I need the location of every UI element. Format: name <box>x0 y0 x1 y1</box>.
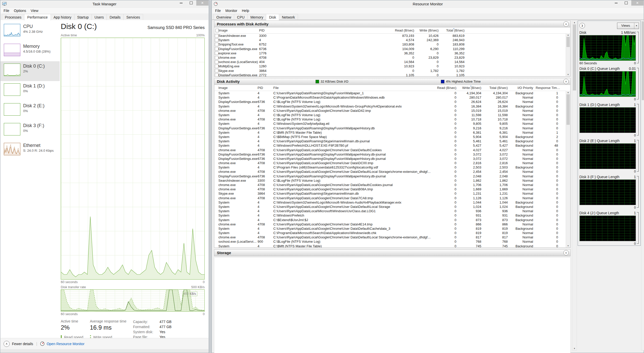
row-checkbox[interactable] <box>215 51 218 55</box>
col-pid[interactable]: PID <box>258 86 273 90</box>
maximize-button[interactable] <box>621 0 631 6</box>
expand-section-button[interactable]: ∨ <box>563 250 569 255</box>
tab[interactable]: Startup <box>74 14 92 20</box>
minimize-button[interactable] <box>611 0 621 6</box>
disk-activity-row[interactable]: Skype.exe 3864 C:\Users\Ryan\AppData\Roa… <box>214 191 570 196</box>
row-checkbox[interactable] <box>215 60 218 64</box>
process-row[interactable]: SearchIndexer.exe 3300 873,193 10,426 88… <box>214 34 570 38</box>
disk-activity-row[interactable]: System 4 C:\Windows\System32\wfp\wfpdiag… <box>214 121 570 126</box>
tab[interactable]: Users <box>92 14 107 20</box>
row-checkbox[interactable] <box>215 65 218 68</box>
disk-activity-row[interactable]: System 4 C:\$Mft (NTFS Master File Table… <box>214 244 570 248</box>
col-pid[interactable]: PID <box>259 28 273 32</box>
col-read[interactable]: Read (B/sec) <box>431 86 459 90</box>
disk-activity-row[interactable]: chrome.exe 4708 C:\Users\Ryan\AppData\Lo… <box>214 161 570 165</box>
disk-activity-row[interactable]: System 4 C:\Program Files (x86)\Steam\us… <box>214 165 570 170</box>
disk-activity-row[interactable]: DisplayFusionSettings.exe 6736 C:\Users\… <box>214 152 570 157</box>
disk-activity-row[interactable]: chrome.exe 4708 C:\Users\Ryan\AppData\Lo… <box>214 170 570 174</box>
col-total[interactable]: Total (B/sec) <box>484 86 510 90</box>
collapse-section-button[interactable]: ∧ <box>563 21 569 27</box>
col-file[interactable]: File <box>273 86 431 90</box>
process-row[interactable]: Skype.exe 3864 0 1,782 1,782 <box>214 69 570 73</box>
scroll-up-icon[interactable]: ▲ <box>566 91 570 94</box>
scrollbar-thumb[interactable] <box>642 21 644 100</box>
col-priority[interactable]: I/O Priority <box>510 86 536 90</box>
disk-activity-section-header[interactable]: Disk Activity 32 KB/sec Disk I/O 4% High… <box>214 78 570 85</box>
row-checkbox[interactable] <box>215 73 218 76</box>
tab[interactable]: Details <box>107 14 124 20</box>
menu-item[interactable]: View <box>28 8 41 13</box>
process-row[interactable]: SnippingTool.exe 6752 183,808 0 183,808 <box>214 42 570 47</box>
disk-activity-row[interactable]: System 4 C:\Users\Ryan\AppData\Local\Mic… <box>214 209 570 213</box>
process-row[interactable]: DisplayFusionSettings.exe 2772 1,105 0 1… <box>214 73 570 76</box>
row-checkbox[interactable] <box>215 43 218 46</box>
disk-activity-row[interactable]: SearchIndexer.exe 3300 C:\$LogFile (NTFS… <box>214 178 570 183</box>
disk-activity-row[interactable]: System 4 C:\ProgramData\Microsoft\Search… <box>214 95 570 100</box>
tab[interactable]: App history <box>51 14 74 20</box>
disk-activity-row[interactable]: chrome.exe 4708 C:\Users\Ryan\AppData\Lo… <box>214 235 570 239</box>
scroll-down-icon[interactable]: ▼ <box>566 245 570 247</box>
sidebar-item[interactable]: Disk 1 (D:) 0% <box>1 81 60 101</box>
views-button[interactable]: Views ▼ <box>617 23 639 29</box>
menu-item[interactable]: Options <box>12 8 28 13</box>
close-button[interactable]: ✕ <box>631 0 643 6</box>
disk-activity-row[interactable]: System 4 C:\ProgramData\Microsoft\Search… <box>214 231 570 235</box>
minimize-button[interactable] <box>176 0 186 6</box>
scrollbar-thumb[interactable] <box>573 24 576 90</box>
disk-activity-row[interactable]: System 4 C:\Users\Ryan\AppData\Local\Goo… <box>214 226 570 231</box>
maximize-button[interactable] <box>186 0 196 6</box>
scrollbar-thumb[interactable] <box>566 94 570 125</box>
disk-activity-row[interactable]: chrome.exe 4708 C:\Users\Ryan\AppData\Lo… <box>214 196 570 200</box>
disk-activity-row[interactable]: chrome.exe 4708 C:\Users\Ryan\AppData\Lo… <box>214 148 570 152</box>
views-dropdown-arrow[interactable]: ▼ <box>634 23 639 29</box>
resource-monitor-titlebar[interactable]: Resource Monitor ✕ <box>212 0 644 7</box>
tab[interactable]: Performance <box>24 14 51 21</box>
disk-activity-row[interactable]: System 4 C:\$LogFile (NTFS Volume Log) 0… <box>214 113 570 117</box>
col-write[interactable]: Write (B/sec) <box>417 28 441 32</box>
row-checkbox[interactable] <box>215 38 218 42</box>
disk-activity-table-header[interactable]: Image PID File Read (B/sec) Write (B/sec… <box>214 85 570 91</box>
tab[interactable]: Disk <box>266 14 279 21</box>
disk-activity-row[interactable]: System 4 C:\Users\Ryan\AppData\Local\Goo… <box>214 205 570 209</box>
process-row[interactable]: chrome.exe 4708 0 23,829 23,829 <box>214 55 570 60</box>
row-checkbox[interactable] <box>215 69 218 72</box>
close-button[interactable]: ✕ <box>196 0 208 6</box>
disk-activity-row[interactable]: DisplayFusionSettings.exe 6736 C:\$LogFi… <box>214 100 570 104</box>
col-image[interactable]: Image <box>218 28 259 32</box>
storage-section-header[interactable]: Storage ∨ <box>214 250 570 256</box>
sidebar-item[interactable]: Ethernet S: 24.0 R: 24.0 Kbps <box>1 141 60 160</box>
disk-activity-row[interactable]: System 4 C:\$BitMap (NTFS Free Space Map… <box>214 135 570 139</box>
scroll-up-icon[interactable]: ▲ <box>566 34 570 36</box>
disk-activity-row[interactable]: chrome.exe 4708 C:\$LogFile (NTFS Volume… <box>214 117 570 121</box>
menu-item[interactable]: File <box>1 8 12 13</box>
disk-activity-row[interactable]: svchost.exe (LocalServiceNetwo... 900 C:… <box>214 239 570 244</box>
disk-activity-table-scrollbar[interactable]: ▲ ▼ <box>566 91 570 248</box>
disk-activity-row[interactable]: System 4 C:\Users\Ryan\AppData\Roaming\D… <box>214 91 570 95</box>
process-row[interactable]: svchost.exe (LocalService) 404 14,564 0 … <box>214 60 570 64</box>
menu-item[interactable]: Help <box>239 8 251 13</box>
processes-table-header[interactable]: Image PID Read (B/sec) Write (B/sec) Tot… <box>214 27 570 34</box>
row-checkbox[interactable] <box>215 56 218 59</box>
fewer-details-button[interactable]: ∧ <box>4 341 10 347</box>
disk-activity-row[interactable]: chrome.exe 4708 C:\Users\Ryan\AppData\Lo… <box>214 109 570 113</box>
fewer-details-label[interactable]: Fewer details <box>12 342 33 346</box>
disk-activity-row[interactable]: System 4 C:\Windows\System32\winevt\Logs… <box>214 104 570 109</box>
expand-panel-button[interactable]: ❯ <box>579 23 585 28</box>
right-panel-scrollbar[interactable] <box>641 21 644 350</box>
process-row[interactable]: System 4 4,574 242,369 246,943 <box>214 38 570 42</box>
processes-section-header[interactable]: Processes with Disk Activity ∧ <box>214 21 570 27</box>
disk-activity-row[interactable]: chrome.exe 4708 C:\Users\Ryan\AppData\Lo… <box>214 187 570 191</box>
row-checkbox[interactable] <box>215 34 218 38</box>
open-resource-monitor-link[interactable]: Open Resource Monitor <box>47 342 84 346</box>
menu-item[interactable]: Monitor <box>223 8 240 13</box>
process-row[interactable]: DisplayFusionSettings.exe 6736 104,009 6… <box>214 47 570 51</box>
disk-activity-row[interactable]: chrome.exe 4708 C:\Users\Ryan\AppData\Lo… <box>214 183 570 187</box>
sidebar-item[interactable]: Disk 3 (F:) 0% <box>1 121 60 141</box>
process-row[interactable]: explorer.exe 1776 36,352 0 36,352 <box>214 51 570 55</box>
process-row[interactable]: MsMpEng.exe 1260 10,923 0 10,923 <box>214 64 570 68</box>
sidebar-item[interactable]: CPU 4% 2.38 GHz <box>1 22 60 41</box>
menu-item[interactable]: File <box>213 8 223 13</box>
disk-activity-row[interactable]: System 4 C:\Windows\Prefetch\DLLHOST.EXE… <box>214 143 570 148</box>
task-manager-titlebar[interactable]: Task Manager ✕ <box>0 0 209 7</box>
sidebar-item[interactable]: Memory 4.5/16.0 GB (28%) <box>1 41 60 61</box>
